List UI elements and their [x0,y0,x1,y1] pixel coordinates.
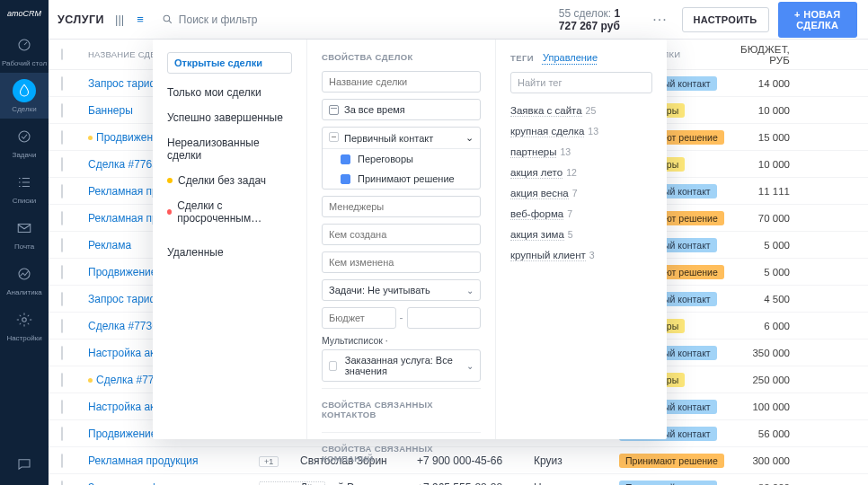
rail-mail[interactable]: Почта [0,210,49,256]
filter-panel: Открытые сделки Только мои сделкиУспешно… [153,40,667,439]
budget-from-input[interactable] [322,307,396,329]
budget-value: 10 000 [718,105,790,116]
tag-item[interactable]: веб-форма7 [510,204,652,225]
row-checkbox[interactable] [61,103,63,118]
row-checkbox[interactable] [61,211,63,225]
tag-item[interactable]: партнеры13 [510,142,652,163]
deal-name-filter[interactable] [322,71,481,93]
filter-tags-column: ТЕГИУправление Найти тег Заявка с сайта2… [496,40,667,439]
row-checkbox[interactable] [61,481,63,486]
new-deal-button[interactable]: + НОВАЯ СДЕЛКА [778,2,857,38]
company-link[interactable]: Цвет металл [534,481,619,486]
pipeline-stage-select[interactable]: Первичный контакт⌄ Переговоры Принимают … [322,127,481,190]
preset-item[interactable]: Только мои сделки [167,80,292,105]
row-checkbox[interactable] [61,76,63,91]
tag-item[interactable]: крупный клиент3 [510,245,652,266]
tag-item[interactable]: Заявка с сайта25 [510,101,652,121]
managers-filter[interactable] [322,196,481,217]
contact-link[interactable]: Дмитрий Романович [300,481,417,486]
search-input[interactable]: Поиск и фильтр [155,13,352,26]
row-checkbox[interactable] [61,157,63,172]
contacts-heading[interactable]: СВОЙСТВА СВЯЗАННЫХ КОНТАКТОВ [322,388,481,427]
companies-heading[interactable]: СВОЙСТВА СВЯЗАННЫХ КОМПАНИЙ [322,432,481,471]
topbar: УСЛУГИ ||| ≡ Поиск и фильтр 55 сделок: 1… [49,0,868,40]
row-checkbox[interactable] [61,400,63,414]
dash-icon [13,33,36,57]
changed-by-filter[interactable] [322,251,481,273]
budget-value: 5 000 [718,240,790,251]
todo-badge: +1 [259,456,279,467]
manage-tags-link[interactable]: Управление [543,52,598,63]
period-select[interactable]: За все время [322,99,481,120]
props-heading: СВОЙСТВА СДЕЛОК [322,52,481,62]
tag-search-input[interactable]: Найти тег [510,72,652,93]
budget-value: 70 000 [718,213,790,224]
svg-point-3 [19,269,30,279]
filter-props-column: СВОЙСТВА СДЕЛОК За все время Первичный к… [307,40,496,439]
stage-badge: Первичный контакт [619,481,717,486]
row-checkbox[interactable] [61,319,63,333]
rail-gear[interactable]: Настройки [0,302,49,348]
row-checkbox[interactable] [61,346,63,360]
tag-item[interactable]: крупная сделка13 [510,121,652,142]
tasks-select[interactable]: Задачи: Не учитывать⌄ [322,279,481,301]
tag-item[interactable]: акция весна7 [510,183,652,204]
tag-item[interactable]: акция лето12 [510,163,652,183]
rail-dash[interactable]: Рабочий стол [0,27,49,73]
preset-item[interactable]: Успешно завершенные [167,105,292,130]
multilist-label: Мультисписок · [322,335,481,346]
stats-icon [13,262,36,286]
more-menu-button[interactable]: ··· [647,12,672,28]
budget-value: 4 500 [718,294,790,304]
rail-check[interactable]: Задачи [0,119,49,164]
svg-rect-2 [18,225,31,233]
budget-value: 100 000 [718,401,790,412]
rail-drop[interactable]: Сделки [0,73,49,119]
rail-chat[interactable] [0,446,49,485]
budget-value: 300 000 [718,455,790,466]
tag-item[interactable]: акция зима5 [510,225,652,245]
company-link[interactable]: Круиз [534,454,619,467]
nav-rail: amoCRM Рабочий столСделкиЗадачиСпискиПоч… [0,0,49,485]
page-title: УСЛУГИ [58,13,104,26]
preset-item[interactable]: Нереализованные сделки [167,130,292,168]
row-checkbox[interactable] [61,292,63,306]
svg-point-5 [164,15,170,22]
row-checkbox[interactable] [61,373,63,387]
drop-icon [13,79,36,102]
gear-icon [13,308,36,331]
service-select[interactable]: Заказанная услуга: Все значения⌄ [322,349,481,382]
rail-stats[interactable]: Аналитика [0,256,49,302]
budget-value: 250 000 [718,375,790,385]
row-checkbox[interactable] [61,238,63,252]
preset-open-deals[interactable]: Открытые сделки [167,52,292,74]
svg-point-1 [19,131,30,142]
row-checkbox[interactable] [61,427,63,441]
deal-name-link[interactable]: Рекламная продукция [88,454,259,467]
row-checkbox[interactable] [61,265,63,279]
budget-value: 56 000 [718,428,790,439]
phone-link[interactable]: +7 965 555-88-88 [417,481,534,486]
preset-overdue[interactable]: Сделки с просроченным… [167,193,292,231]
budget-to-input[interactable] [407,307,482,329]
pipeline-view-icon[interactable]: ||| [113,11,126,28]
budget-value: 5 000 [718,267,790,278]
filter-presets-column: Открытые сделки Только мои сделкиУспешно… [153,40,307,439]
row-checkbox[interactable] [61,184,63,198]
list-icon [13,171,36,194]
select-all-checkbox[interactable] [61,48,63,60]
chevron-down-icon: ⌄ [465,132,474,144]
menu-icon[interactable]: ≡ [135,11,146,28]
created-by-filter[interactable] [322,224,481,245]
budget-value: 6 000 [718,321,790,331]
customize-button[interactable]: НАСТРОИТЬ [682,7,769,32]
preset-no-tasks[interactable]: Сделки без задач [167,168,292,193]
row-checkbox[interactable] [61,454,63,468]
preset-deleted[interactable]: Удаленные [167,240,292,265]
row-checkbox[interactable] [61,130,63,145]
search-icon [162,13,173,25]
deal-name-link[interactable]: Запрос тарифов [88,481,259,486]
mail-icon [13,216,36,240]
table-row: Запрос тарифовЗаявка с сайтаДмитрий Рома… [49,474,868,485]
rail-list[interactable]: Списки [0,164,49,210]
